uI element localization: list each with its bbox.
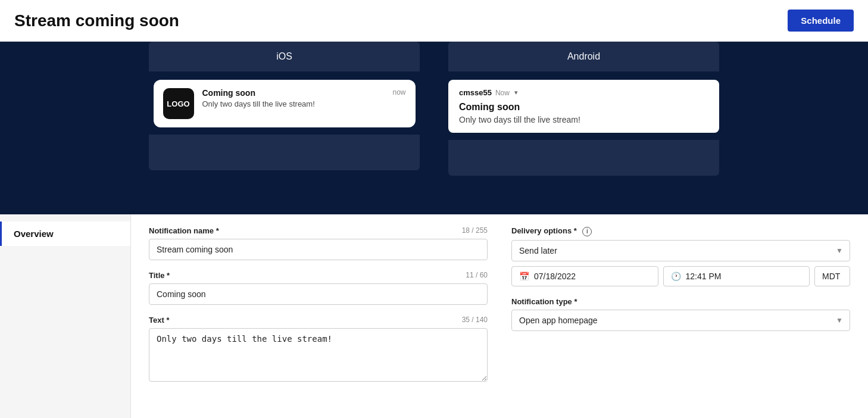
notification-type-select[interactable]: Open app homepage Open specific screen O…	[511, 310, 850, 331]
time-value: 12:41 PM	[686, 272, 722, 281]
notification-name-counter: 18 / 255	[462, 226, 488, 235]
text-header: Text * 35 / 140	[149, 316, 488, 325]
sidebar-item-overview[interactable]: Overview	[0, 222, 130, 246]
title-label: Title *	[149, 271, 170, 280]
date-value: 07/18/2022	[534, 272, 576, 281]
notification-type-header: Notification type *	[511, 297, 850, 306]
main-layout: Overview Notification name * 18 / 255 Ti…	[0, 214, 868, 418]
clock-icon: 🕐	[671, 272, 681, 281]
date-cell[interactable]: 📅 07/18/2022	[511, 266, 658, 286]
ios-notification-time: now	[392, 88, 405, 96]
notification-name-input[interactable]	[149, 239, 488, 260]
android-notification-title: Coming soon	[459, 102, 708, 113]
title-header: Title * 11 / 60	[149, 271, 488, 280]
android-label: Android	[448, 42, 719, 71]
ios-content: Coming soon Only two days till the live …	[202, 88, 406, 108]
ios-preview-col: iOS LOGO Coming soon Only two days till …	[137, 42, 432, 214]
ios-logo: LOGO	[163, 88, 194, 119]
form-right: Delivery options * i Send now Send later…	[511, 226, 850, 406]
text-label: Text *	[149, 316, 169, 325]
text-group: Text * 35 / 140	[149, 316, 488, 384]
text-counter: 35 / 140	[462, 316, 488, 325]
text-textarea[interactable]	[149, 328, 488, 382]
android-time: Now	[495, 89, 510, 97]
form-left: Notification name * 18 / 255 Title * 11 …	[149, 226, 488, 406]
delivery-options-label: Delivery options * i	[511, 226, 592, 236]
form-area: Notification name * 18 / 255 Title * 11 …	[131, 214, 868, 418]
delivery-options-group: Delivery options * i Send now Send later…	[511, 226, 850, 286]
ios-label: iOS	[149, 42, 420, 71]
android-notification-text: Only two days till the live stream!	[459, 115, 708, 124]
notification-type-group: Notification type * Open app homepage Op…	[511, 297, 850, 331]
timezone-cell: MDT	[814, 266, 850, 286]
notification-name-label: Notification name *	[149, 226, 219, 235]
ios-notification-title: Coming soon	[202, 88, 406, 98]
delivery-options-select-wrapper: Send now Send later Recurring ▼	[511, 240, 850, 261]
chevron-down-icon: ▾	[514, 89, 518, 96]
android-notification-card: cmsse55 Now ▾ Coming soon Only two days …	[448, 80, 719, 133]
timezone-value: MDT	[822, 272, 840, 281]
page-title: Stream coming soon	[14, 11, 179, 30]
title-group: Title * 11 / 60	[149, 271, 488, 305]
title-counter: 11 / 60	[466, 271, 488, 280]
ios-bottom-stripe	[149, 135, 420, 170]
preview-section: iOS LOGO Coming soon Only two days till …	[0, 42, 868, 214]
schedule-button[interactable]: Schedule	[788, 10, 854, 32]
android-sender-row: cmsse55 Now ▾	[459, 88, 708, 97]
preview-divider	[432, 42, 436, 214]
calendar-icon: 📅	[519, 272, 529, 281]
time-cell[interactable]: 🕐 12:41 PM	[663, 266, 810, 286]
android-preview-col: Android cmsse55 Now ▾ Coming soon Only t…	[436, 42, 731, 214]
notification-name-header: Notification name * 18 / 255	[149, 226, 488, 235]
android-sender: cmsse55	[459, 88, 492, 97]
ios-notification-card: LOGO Coming soon Only two days till the …	[154, 80, 416, 127]
header: Stream coming soon Schedule	[0, 0, 868, 42]
title-input[interactable]	[149, 283, 488, 305]
notification-type-select-wrapper: Open app homepage Open specific screen O…	[511, 310, 850, 331]
sidebar: Overview	[0, 214, 131, 418]
notification-type-label: Notification type *	[511, 297, 577, 306]
ios-notification-text: Only two days till the live stream!	[202, 99, 406, 108]
datetime-row: 📅 07/18/2022 🕐 12:41 PM MDT	[511, 266, 850, 286]
delivery-options-select[interactable]: Send now Send later Recurring	[511, 240, 850, 261]
delivery-options-header: Delivery options * i	[511, 226, 850, 236]
android-bottom-stripe	[448, 140, 719, 176]
notification-name-group: Notification name * 18 / 255	[149, 226, 488, 260]
delivery-options-info-icon: i	[582, 227, 592, 236]
